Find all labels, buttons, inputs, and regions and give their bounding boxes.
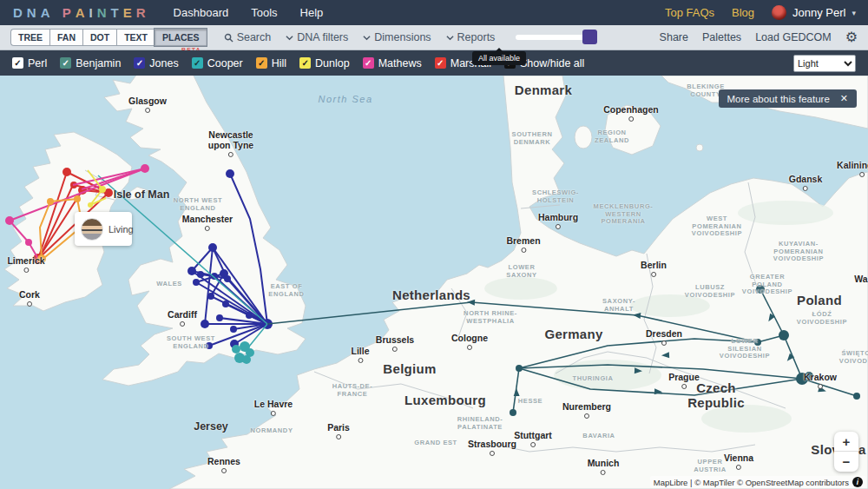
checkbox-dunlop[interactable]: ✓ — [299, 57, 311, 69]
toolbar-right-links: SharePalettesLoad GEDCOM⚙ — [660, 30, 858, 44]
nav-item-tools[interactable]: Tools — [251, 6, 277, 19]
place-dot[interactable] — [5, 216, 14, 225]
nav-item-dashboard[interactable]: Dashboard — [174, 6, 229, 19]
mode-button-dot[interactable]: DOT — [82, 29, 116, 46]
info-icon[interactable]: i — [852, 477, 863, 487]
place-dot[interactable] — [216, 314, 223, 321]
zoom-in-button[interactable]: + — [834, 432, 858, 452]
place-dot[interactable] — [141, 164, 149, 173]
surname-filter-bar: ✓Perl✓Benjamin✓Jones✓Cooper✓Hill✓Dunlop✓… — [0, 50, 868, 76]
header-link[interactable]: Blog — [732, 6, 754, 19]
place-dot[interactable] — [226, 169, 234, 178]
place-dot[interactable] — [25, 239, 32, 246]
place-dot[interactable] — [197, 271, 204, 278]
place-dot[interactable] — [88, 202, 93, 208]
checkbox-mathews[interactable]: ✓ — [363, 57, 374, 69]
place-dot[interactable] — [187, 267, 196, 275]
menu-search[interactable]: Search — [224, 31, 272, 43]
chevron-down-icon — [363, 34, 371, 42]
place-dot[interactable] — [99, 186, 106, 193]
view-toolbar: TREEFANDOTTEXTPLACESBETA SearchDNA filte… — [0, 25, 868, 50]
menu-label: Dimensions — [374, 31, 431, 43]
menu-dna-filters[interactable]: DNA filters — [286, 31, 348, 43]
filter-benjamin[interactable]: ✓Benjamin — [60, 57, 121, 69]
place-dot[interactable] — [208, 243, 217, 252]
place-dot[interactable] — [510, 409, 516, 416]
place-dot[interactable] — [47, 198, 54, 205]
view-mode-switcher: TREEFANDOTTEXTPLACESBETA — [10, 29, 207, 46]
mode-button-tree[interactable]: TREE — [10, 29, 49, 46]
filter-label: Mathews — [378, 57, 422, 69]
theme-select-wrap: Light — [793, 55, 856, 72]
place-dot[interactable] — [74, 195, 81, 202]
place-dot[interactable] — [242, 355, 251, 364]
mode-button-fan[interactable]: FAN — [49, 29, 82, 46]
map-style-select[interactable]: Light — [793, 55, 856, 72]
checkbox-perl[interactable]: ✓ — [12, 57, 23, 69]
logo-letter: P — [62, 5, 75, 20]
place-dot[interactable] — [516, 365, 523, 372]
map-svg — [0, 76, 868, 489]
header-links: Top FAQsBlog — [665, 6, 754, 19]
living-person-avatar — [81, 218, 103, 241]
place-dot[interactable] — [805, 372, 813, 380]
filter-mathews[interactable]: ✓Mathews — [363, 57, 422, 69]
place-dot[interactable] — [222, 301, 229, 307]
toolbar-link-load-gedcom[interactable]: Load GEDCOM — [755, 31, 832, 43]
place-dot[interactable] — [230, 326, 237, 333]
menu-dimensions[interactable]: Dimensions — [363, 31, 431, 43]
filter-jones[interactable]: ✓Jones — [134, 57, 178, 69]
place-dot[interactable] — [207, 293, 214, 300]
place-dot[interactable] — [224, 275, 231, 282]
place-dot[interactable] — [193, 279, 200, 286]
toolbar-menus: SearchDNA filtersDimensionsReports — [224, 31, 496, 43]
map-zoom-control[interactable]: + − — [834, 432, 858, 472]
checkbox-marshall[interactable]: ✓ — [435, 57, 446, 69]
checkbox-jones[interactable]: ✓ — [134, 57, 145, 69]
gear-icon[interactable]: ⚙ — [845, 30, 858, 44]
slider-handle[interactable] — [582, 30, 597, 44]
place-dot[interactable] — [246, 312, 253, 319]
mode-button-text[interactable]: TEXT — [116, 29, 155, 46]
place-dot[interactable] — [37, 254, 46, 263]
living-person-card[interactable]: Living — [75, 212, 132, 246]
place-dot[interactable] — [754, 339, 761, 346]
place-dot[interactable] — [756, 285, 765, 294]
logo-letter: N — [96, 5, 110, 20]
place-dot[interactable] — [62, 168, 71, 176]
menu-label: DNA filters — [297, 31, 348, 43]
place-dot[interactable] — [853, 393, 860, 400]
filter-perl[interactable]: ✓Perl — [12, 57, 47, 69]
filter-label: Benjamin — [76, 57, 121, 69]
place-dot[interactable] — [206, 342, 213, 349]
place-dot[interactable] — [232, 345, 240, 354]
zoom-out-button[interactable]: − — [834, 452, 858, 472]
filter-dunlop[interactable]: ✓Dunlop — [299, 57, 350, 69]
checkbox-benjamin[interactable]: ✓ — [60, 57, 71, 69]
header-link[interactable]: Top FAQs — [665, 6, 714, 19]
mode-button-places[interactable]: PLACES — [155, 29, 207, 46]
logo-letter: R — [135, 5, 149, 20]
close-icon[interactable]: ✕ — [840, 93, 848, 104]
dna-painter-logo[interactable]: DNA PAINTER — [12, 5, 149, 20]
feature-notice-banner[interactable]: More about this feature ✕ — [719, 89, 857, 108]
map-canvas[interactable]: North SeaGlasgowNewcastle upon TyneManch… — [0, 76, 868, 489]
toolbar-link-palettes[interactable]: Palettes — [702, 31, 741, 43]
user-name: Jonny Perl — [792, 6, 845, 19]
map-attribution: MapLibre | © MapTiler © OpenStreetMap co… — [650, 476, 866, 488]
place-dot[interactable] — [201, 320, 209, 328]
user-menu[interactable]: Jonny Perl ▾ — [772, 5, 856, 20]
checkbox-cooper[interactable]: ✓ — [192, 57, 203, 69]
checkbox-hill[interactable]: ✓ — [256, 57, 267, 69]
place-dot[interactable] — [779, 330, 789, 340]
filter-cooper[interactable]: ✓Cooper — [192, 57, 243, 69]
menu-reports[interactable]: Reports — [446, 31, 496, 43]
filter-label: Jones — [149, 57, 178, 69]
toolbar-link-share[interactable]: Share — [660, 31, 688, 43]
generation-slider[interactable] — [516, 35, 592, 40]
attribution-text[interactable]: MapLibre | © MapTiler © OpenStreetMap co… — [654, 478, 849, 487]
filter-label: Hill — [272, 57, 286, 69]
filter-hill[interactable]: ✓Hill — [256, 57, 286, 69]
nav-item-help[interactable]: Help — [300, 6, 324, 19]
logo-letter: I — [89, 5, 96, 20]
